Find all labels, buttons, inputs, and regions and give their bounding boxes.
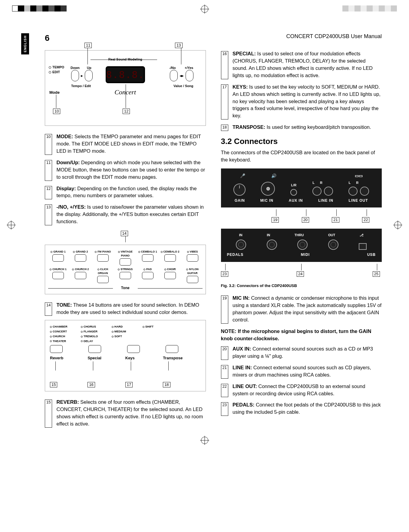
entry-22: 22LINE OUT: Connect the CDP2400USB to an… [221,383,382,397]
entry-13: 13-/NO, +/YES: Is used to raise/lower th… [45,204,206,225]
gain-label: GAIN [235,198,245,203]
option-label: DELAY [84,339,93,343]
rca-jack-icon [324,187,333,196]
entry-text: Connect external sound sources such as C… [233,365,371,377]
entry-23: 23PEDALS: Connect the foot pedals of the… [221,401,382,416]
figure-pedals-midi-usb: IN IN THRU OUT ⎇ PEDALS MIDI USB [221,229,382,262]
din-jack-icon [267,240,277,250]
callout-13: 13 [45,204,52,225]
section-intro: The connectors of the CDP2400USB are loc… [221,149,382,164]
pedals-label: PEDALS [227,252,244,257]
right-column: 16SPECIAL: Is used to select one of four… [221,48,382,432]
left-column: Real Sound Modeling TEMPO EDIT Down Up ▸… [45,48,206,432]
entry-term: LINE IN: [233,365,252,370]
concert-script-label: Concert [45,87,206,97]
callout-16: 16 [221,51,228,79]
callout-24: 24 [297,271,304,277]
option-label: TREMOLO [84,335,98,338]
option-label: CHORUS [84,325,96,328]
entry-17: 17KEYS: Is used to set the key velocity … [221,83,382,120]
callout-22: 22 [362,217,369,223]
midi-label: MIDI [243,252,367,257]
entry-term: KEYS: [233,84,248,90]
tone-button-icon [187,254,198,262]
entry-16: 16SPECIAL: Is used to select one of four… [221,50,382,79]
callout-18: 18 [221,125,228,131]
entry-text: Connect external sound sources such as a… [233,346,373,359]
entry-term: TONE: [56,302,72,308]
midi-out-label: OUT [328,233,335,238]
l-label: L [312,181,315,185]
entry-text: Selects the TEMPO parameter and menu pag… [56,134,201,154]
mic-in-label: MIC IN [260,198,273,203]
language-tab: ENGLISH [21,33,29,54]
yes-button-icon [186,70,193,81]
rca-jack-icon [348,187,358,196]
section-heading: 3.2 Connectors [221,136,382,147]
callout-19: 19 [272,217,279,223]
tone-button: CHURCH 2 [71,267,91,283]
midi-in-label: IN [267,233,270,238]
note-text: NOTE: If the microphone signal begins to… [221,328,382,342]
tone-button-icon [120,272,131,279]
callout-12: 12 [123,109,130,114]
entry-term: -/NO, +/YES: [56,204,86,210]
triangle-right-icon: ◂▸ [180,73,184,79]
r-label: R [356,181,358,185]
callout-17: 17 [125,382,133,387]
entry-11: 11Down/Up: Depending on which mode you h… [45,159,206,181]
tone-label: CHURCH 2 [75,268,89,271]
callout-14: 14 [121,231,128,236]
callout-16: 16 [87,382,95,387]
tone-button: STRINGS [115,267,135,283]
entry-14: 14TONE: These 14 buttons are used for so… [45,302,206,316]
line-out-label: LINE OUT [349,198,368,203]
entry-text: Is used to set the key velocity to SOFT,… [233,84,381,119]
headphone-icon: 🔊 [271,173,276,179]
callout-17: 17 [221,84,228,120]
tone-button: VINTAGE PIANO [115,250,135,266]
figure-reverb-special-keys-transpose: CHAMBERCHORUSHARDSHIFTCONCERTFLANGERMEDI… [45,320,206,391]
tone-label: CEMBALO 2 [163,250,180,253]
callout-11: 11 [45,160,52,181]
rca-jack-icon [312,187,322,196]
entry-term: MIC IN: [233,295,250,301]
tone-button: FM PIANO [93,250,113,266]
tone-label: STRINGS [120,268,133,271]
tone-button: VIBES [183,250,203,266]
entry-21: 21LINE IN: Connect external sound source… [221,364,382,379]
entry-term: MODE: [56,134,73,139]
tone-button-icon [52,254,64,262]
entry-19: 19MIC IN: Connect a dynamic or condenser… [221,295,382,324]
option-label: SOFT [114,335,122,338]
callout-10: 10 [45,134,52,155]
figure-audio-connectors: 🎤 🔊 ▭▭ ⊚ L/R [221,168,382,208]
entry-text: Connect a dynamic or condenser microphon… [233,295,381,322]
callout-19: 19 [221,295,228,324]
option-label: CHAMBER [53,325,68,328]
entry-text: Connect the foot pedals of the CDP2400US… [233,402,381,415]
edit-led-label: EDIT [52,70,60,74]
mic-icon: 🎤 [240,173,245,179]
entry-term: Display: [56,186,76,191]
callout-23: 23 [221,402,228,416]
callout-22: 22 [221,384,228,397]
tone-button: CLICK ORGAN [93,267,113,283]
tone-button-icon [142,272,153,279]
down-button-icon [71,70,79,81]
callout-20: 20 [221,346,228,360]
tone-button: GRAND 2 [71,250,91,266]
callout-15: 15 [45,400,52,428]
tone-label: NYLON GUITAR [187,268,199,275]
tone-button: CEMBALO 2 [160,250,180,266]
lr-label: L/R [290,183,297,188]
callout-15: 15 [50,382,57,387]
tone-label: VINTAGE PIANO [121,250,133,257]
keys-label: Keys [125,355,163,361]
tone-label: GRAND 2 [76,250,88,253]
figure-caption: Fig. 3.2: Connectors of the CDP2400USB [221,283,382,289]
tone-button-icon [164,272,176,279]
rca-jack-icon [360,187,369,196]
option-label: HARD [114,325,123,328]
callout-25: 25 [373,271,380,277]
